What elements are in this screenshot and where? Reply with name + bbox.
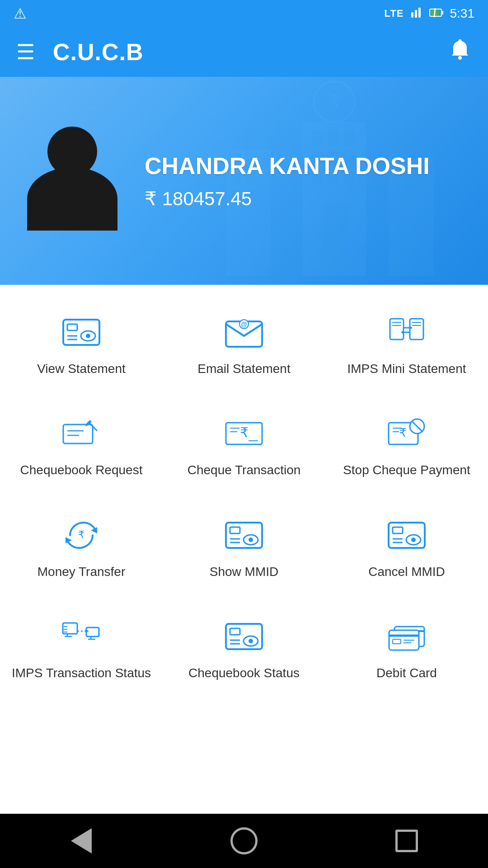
svg-rect-20 [321,203,348,276]
cancel-mmid-label: Cancel MMID [368,564,445,580]
email-statement-label: Email Statement [197,361,290,377]
menu-item-chequebook-request[interactable]: Chequebook Request [0,395,163,496]
debit-card-label: Debit Card [376,665,437,681]
chequebook-request-label: Chequebook Request [20,462,143,478]
menu-item-cancel-mmid[interactable]: Cancel MMID [325,497,488,598]
svg-rect-96 [226,624,262,649]
hero-info: CHANDRA KANTA DOSHI ₹ 180457.45 [145,152,430,210]
imps-transaction-status-icon [56,616,106,657]
svg-rect-47 [410,319,423,340]
svg-rect-52 [63,425,93,443]
signal-icon [410,6,423,22]
back-button[interactable] [63,823,99,859]
time-display: 5:31 [450,6,475,21]
menu-item-email-statement[interactable]: @ Email Statement [163,294,325,395]
menu-item-view-statement[interactable]: View Statement [0,294,163,395]
svg-rect-79 [389,523,425,548]
avatar [27,131,117,231]
stop-cheque-payment-label: Stop Cheque Payment [343,462,470,478]
bottom-nav-bar [0,814,488,868]
svg-rect-0 [411,12,413,18]
chequebook-status-label: Chequebook Status [188,665,300,681]
svg-rect-97 [230,628,240,635]
user-name: CHANDRA KANTA DOSHI [145,152,430,179]
svg-text:₹: ₹ [329,91,340,111]
svg-text:₹: ₹ [240,425,249,440]
lte-indicator: LTE [385,8,404,19]
svg-marker-92 [85,629,89,633]
imps-mini-statement-icon [382,312,432,353]
svg-rect-36 [67,324,77,330]
svg-point-38 [86,334,90,338]
cheque-transaction-icon: ₹ [219,413,269,454]
menu-item-chequebook-status[interactable]: Chequebook Status [163,598,325,699]
svg-rect-11 [312,131,323,145]
svg-rect-80 [393,527,403,533]
menu-item-imps-mini-statement[interactable]: IMPS Mini Statement [325,294,488,395]
menu-item-stop-cheque-payment[interactable]: ₹ Stop Cheque Payment [325,395,488,496]
nav-bar: ☰ C.U.C.B [0,27,488,77]
svg-point-99 [249,639,253,643]
show-mmid-icon [219,515,269,556]
svg-point-76 [249,538,253,542]
menu-item-show-mmid[interactable]: Show MMID [163,497,325,598]
money-transfer-label: Money Transfer [38,564,126,580]
battery-icon [429,7,444,21]
account-balance: ₹ 180457.45 [145,188,430,210]
menu-item-debit-card[interactable]: Debit Card [325,598,488,699]
svg-rect-1 [415,10,417,18]
menu-item-money-transfer[interactable]: ₹ Money Transfer [0,497,163,598]
show-mmid-label: Show MMID [210,564,278,580]
svg-point-7 [458,56,462,60]
app-title: C.U.C.B [53,38,144,66]
view-statement-icon [56,312,106,353]
home-button[interactable] [226,823,262,859]
menu-item-imps-transaction-status[interactable]: IMPS Transaction Status [0,598,163,699]
stop-cheque-payment-icon: ₹ [382,413,432,454]
hero-banner: ₹ [0,77,488,285]
chequebook-status-icon [219,616,269,657]
svg-text:₹: ₹ [78,529,84,540]
svg-text:@: @ [241,321,247,328]
cancel-mmid-icon [382,515,432,556]
svg-rect-74 [230,527,240,533]
svg-rect-4 [442,11,443,14]
status-bar: ⚠ LTE 5:31 [0,0,488,27]
menu-item-cheque-transaction[interactable]: ₹ Cheque Transaction [163,395,325,496]
hamburger-menu-icon[interactable]: ☰ [16,42,35,62]
notification-bell-icon[interactable] [448,38,472,66]
svg-point-82 [411,538,416,542]
svg-marker-51 [410,326,413,330]
debit-card-icon [382,616,432,657]
svg-rect-73 [226,523,262,548]
imps-transaction-status-label: IMPS Transaction Status [12,665,151,681]
email-statement-icon: @ [219,312,269,353]
svg-rect-44 [390,319,404,340]
svg-rect-88 [86,627,99,637]
svg-rect-2 [418,8,421,18]
svg-line-6 [434,8,435,17]
menu-grid: View Statement @ Email Statement [0,285,488,709]
svg-rect-12 [328,131,339,145]
view-statement-label: View Statement [37,361,126,377]
svg-marker-50 [401,330,404,334]
imps-mini-statement-label: IMPS Mini Statement [347,361,466,377]
chequebook-request-icon [56,413,106,454]
cheque-transaction-label: Cheque Transaction [188,462,301,478]
warning-icon: ⚠ [14,5,27,22]
money-transfer-icon: ₹ [56,515,106,556]
svg-rect-13 [343,131,355,145]
recent-apps-button[interactable] [389,823,425,859]
